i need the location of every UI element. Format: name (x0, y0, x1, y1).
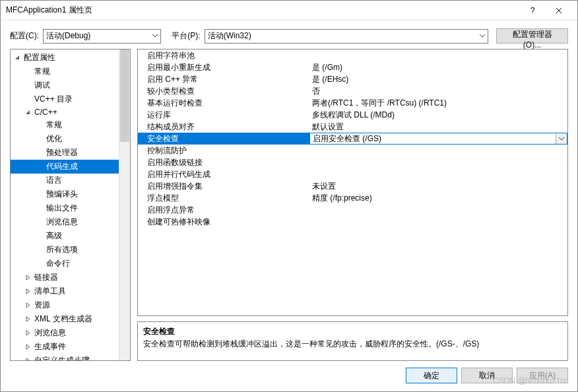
property-name: 启用函数级链接 (138, 156, 309, 168)
property-value[interactable]: 两者(/RTC1，等同于 /RTCsu) (/RTC1) (309, 97, 567, 109)
property-value[interactable]: 默认设置 (309, 121, 567, 133)
description-panel: 安全检查 安全检查可帮助检测到堆栈缓冲区溢出，这是一种常见的攻击，威胁程序的安全… (137, 321, 568, 361)
tree-item[interactable]: 语言 (11, 174, 119, 187)
property-row[interactable]: 启用并行代码生成 (138, 168, 567, 180)
tree-item[interactable]: 预编译头 (11, 187, 119, 201)
property-value[interactable] (309, 49, 567, 61)
tree-item[interactable]: XML 文档生成器 (11, 312, 119, 326)
config-combo[interactable]: 活动(Debug) (43, 29, 161, 44)
tree-item[interactable]: 预处理器 (11, 146, 119, 160)
property-name: 控制流防护 (138, 145, 309, 156)
tree-item[interactable]: 链接器 (11, 271, 119, 284)
twisty-closed-icon[interactable] (25, 302, 33, 308)
property-row[interactable]: 基本运行时检查两者(/RTC1，等同于 /RTCsu) (/RTC1) (138, 97, 567, 109)
property-value[interactable] (309, 145, 567, 156)
tree-item[interactable]: 配置属性 (11, 51, 119, 65)
platform-combo[interactable]: 活动(Win32) (205, 29, 488, 44)
property-row[interactable]: 较小类型检查否 (138, 85, 567, 97)
tree-item-label: 预编译头 (45, 189, 79, 200)
property-value[interactable] (309, 204, 567, 216)
tree-item[interactable]: 生成事件 (11, 340, 119, 354)
property-row[interactable]: 启用函数级链接 (138, 156, 567, 168)
close-button[interactable] (546, 1, 572, 20)
tree-item-label: 预处理器 (45, 147, 79, 158)
property-row[interactable]: 启用 C++ 异常是 (/EHsc) (138, 73, 567, 85)
tree-item[interactable]: 优化 (11, 132, 119, 146)
property-value[interactable]: 是 (/Gm) (309, 61, 567, 73)
tree-item[interactable]: 调试 (11, 79, 119, 92)
tree-item[interactable]: 所有选项 (11, 243, 119, 257)
tree-item[interactable]: 浏览信息 (11, 215, 119, 229)
chevron-down-icon (152, 34, 158, 38)
tree-item-label: 优化 (45, 133, 63, 145)
tree-item[interactable]: 输出文件 (11, 201, 119, 215)
twisty-closed-icon[interactable] (25, 316, 33, 322)
twisty-closed-icon[interactable] (25, 275, 33, 280)
platform-value: 活动(Win32) (208, 30, 251, 42)
apply-button[interactable]: 应用(A) (517, 368, 568, 383)
tree-item[interactable]: 清单工具 (11, 284, 119, 298)
cancel-button[interactable]: 取消 (461, 368, 513, 383)
tree-item-label: 代码生成 (45, 161, 79, 172)
property-row[interactable]: 创建可热修补映像 (138, 216, 567, 228)
config-manager-button[interactable]: 配置管理器(O)... (496, 28, 568, 44)
tree-item[interactable]: 命令行 (11, 257, 119, 271)
property-row[interactable]: 启用浮点异常 (138, 204, 567, 216)
tree-item[interactable]: 资源 (11, 298, 119, 312)
tree-scrollbar[interactable] (119, 49, 130, 360)
property-value[interactable]: 未设置 (309, 180, 567, 192)
tree-item[interactable]: 自定义生成步骤 (11, 354, 119, 360)
tree-item[interactable]: VC++ 目录 (11, 92, 119, 106)
chevron-down-icon (559, 137, 564, 141)
property-row[interactable]: 浮点模型精度 (/fp:precise) (138, 192, 567, 204)
property-value[interactable] (309, 168, 567, 180)
twisty-closed-icon[interactable] (25, 288, 33, 294)
property-row[interactable]: 启用最小重新生成是 (/Gm) (138, 61, 567, 73)
property-value-text: 启用安全检查 (/GS) (313, 133, 381, 144)
dropdown-button[interactable] (556, 133, 567, 144)
property-row[interactable]: 启用字符串池 (138, 49, 567, 61)
property-row[interactable]: 控制流防护 (138, 145, 567, 156)
twisty-closed-icon[interactable] (25, 344, 33, 350)
property-value[interactable]: 精度 (/fp:precise) (309, 192, 567, 204)
ok-button[interactable]: 确定 (406, 368, 457, 383)
tree-item[interactable]: 浏览信息 (11, 326, 119, 340)
property-name: 基本运行时检查 (138, 97, 309, 109)
tree-item[interactable]: 高级 (11, 229, 119, 243)
property-row[interactable]: 安全检查启用安全检查 (/GS) (138, 133, 567, 145)
property-value-text: 精度 (/fp:precise) (312, 193, 372, 203)
property-value[interactable]: 多线程调试 DLL (/MDd) (309, 109, 567, 121)
property-row[interactable]: 运行库多线程调试 DLL (/MDd) (138, 109, 567, 121)
tree-item[interactable]: 常规 (11, 118, 119, 132)
property-value[interactable]: 否 (309, 85, 567, 97)
property-value[interactable] (309, 156, 567, 168)
property-value[interactable]: 启用安全检查 (/GS) (309, 133, 567, 145)
help-button[interactable]: ? (519, 1, 546, 20)
property-name: 创建可热修补映像 (138, 216, 309, 228)
description-body: 安全检查可帮助检测到堆栈缓冲区溢出，这是一种常见的攻击，威胁程序的安全性。(/G… (143, 339, 562, 350)
property-value[interactable] (309, 216, 567, 228)
tree-item[interactable]: C/C++ (11, 106, 119, 118)
tree-item[interactable]: 代码生成 (11, 160, 119, 174)
property-name: 浮点模型 (138, 192, 309, 204)
property-value[interactable]: 是 (/EHsc) (309, 73, 567, 85)
tree-item-label: 浏览信息 (33, 327, 67, 339)
twisty-closed-icon[interactable] (25, 358, 33, 360)
property-value-text: 两者(/RTC1，等同于 /RTCsu) (/RTC1) (312, 98, 447, 108)
twisty-open-icon[interactable] (25, 110, 33, 115)
property-grid[interactable]: 启用字符串池启用最小重新生成是 (/Gm)启用 C++ 异常是 (/EHsc)较… (137, 49, 568, 316)
tree-item-label: 资源 (33, 300, 51, 311)
tree-item-label: 高级 (45, 230, 63, 242)
category-tree[interactable]: 配置属性常规调试VC++ 目录C/C++常规优化预处理器代码生成语言预编译头输出… (11, 49, 119, 360)
property-name: 较小类型检查 (138, 85, 309, 97)
property-row[interactable]: 结构成员对齐默认设置 (138, 121, 567, 133)
tree-item[interactable]: 常规 (11, 65, 119, 79)
property-name: 启用最小重新生成 (138, 61, 309, 73)
twisty-closed-icon[interactable] (25, 330, 33, 336)
scrollbar-thumb[interactable] (120, 49, 129, 142)
twisty-open-icon[interactable] (15, 55, 22, 61)
tree-item-label: 自定义生成步骤 (33, 355, 91, 360)
property-row[interactable]: 启用增强指令集未设置 (138, 180, 567, 192)
tree-item-label: 语言 (45, 175, 63, 186)
tree-item-label: 常规 (33, 66, 51, 77)
